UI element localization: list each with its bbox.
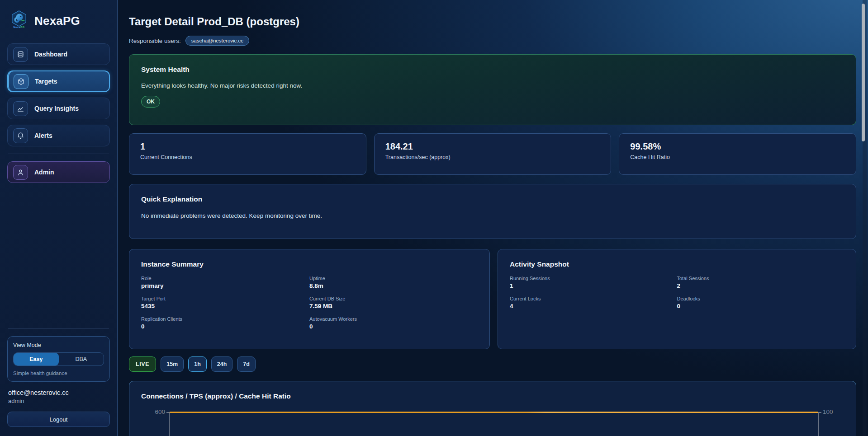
system-health-title: System Health xyxy=(141,66,844,74)
quick-explanation-message: No immediate problems were detected. Kee… xyxy=(141,212,844,219)
chart-title: Connections / TPS (approx) / Cache Hit R… xyxy=(141,392,844,400)
metric-value: 184.21 xyxy=(385,141,600,152)
field-total-sessions: Total Sessions 2 xyxy=(677,276,844,289)
sidebar-item-label: Alerts xyxy=(34,132,52,139)
metric-label: Current Connections xyxy=(140,154,355,160)
sidebar-item-targets[interactable]: Targets xyxy=(7,70,110,92)
field-role: Role primary xyxy=(141,276,309,289)
scrollbar-track[interactable] xyxy=(863,0,867,436)
cache-hit-ratio-line xyxy=(170,412,818,413)
view-mode-card: View Mode Easy DBA Simple health guidanc… xyxy=(7,336,110,382)
quick-explanation-card: Quick Explanation No immediate problems … xyxy=(129,184,856,239)
activity-snapshot-grid: Running Sessions 1 Total Sessions 2 Curr… xyxy=(510,276,844,309)
metric-value: 99.58% xyxy=(630,141,845,152)
responsible-users-row: Responsible users: sascha@nesterovic.cc xyxy=(129,35,856,46)
field-uptime: Uptime 8.8m xyxy=(309,276,478,289)
range-button-15m[interactable]: 15m xyxy=(161,356,184,372)
sidebar-item-label: Dashboard xyxy=(34,51,67,58)
time-range-controls: LIVE 15m 1h 24h 7d xyxy=(129,356,856,372)
field-autovacuum-workers: Autovacuum Workers 0 xyxy=(309,316,478,330)
sidebar-item-label: Targets xyxy=(35,78,57,85)
nexapg-logo-icon: NexaPG xyxy=(9,10,29,32)
field-deadlocks: Deadlocks 0 xyxy=(677,296,844,309)
user-block: office@nesterovic.cc admin xyxy=(7,389,110,404)
cube-icon xyxy=(14,74,28,89)
responsible-users-label: Responsible users: xyxy=(129,38,181,44)
bell-icon xyxy=(13,128,28,143)
sidebar-item-label: Admin xyxy=(34,169,54,176)
brand-name: NexaPG xyxy=(34,14,80,28)
chart-plot-area xyxy=(169,412,819,436)
field-db-size: Current DB Size 7.59 MB xyxy=(309,296,478,309)
user-email: office@nesterovic.cc xyxy=(8,389,109,396)
activity-snapshot-title: Activity Snapshot xyxy=(510,260,844,268)
user-role: admin xyxy=(8,398,109,404)
metrics-row: 1 Current Connections 184.21 Transaction… xyxy=(129,133,856,175)
sidebar-item-label: Query Insights xyxy=(34,105,79,112)
left-axis-tick-label: 600 xyxy=(141,408,169,436)
scrollbar-thumb[interactable] xyxy=(862,4,865,141)
view-mode-option-easy[interactable]: Easy xyxy=(14,353,59,366)
app-window: NexaPG NexaPG Dashboard xyxy=(0,0,868,436)
quick-explanation-title: Quick Explanation xyxy=(141,195,844,203)
metric-label: Cache Hit Ratio xyxy=(630,154,845,160)
activity-snapshot-card: Activity Snapshot Running Sessions 1 Tot… xyxy=(498,249,856,349)
field-target-port: Target Port 5435 xyxy=(141,296,309,309)
summary-row: Instance Summary Role primary Uptime 8.8… xyxy=(129,249,856,349)
brand: NexaPG NexaPG xyxy=(7,9,110,33)
sidebar-item-admin[interactable]: Admin xyxy=(7,161,110,183)
metric-card-connections: 1 Current Connections xyxy=(129,133,366,175)
metric-label: Transactions/sec (approx) xyxy=(385,154,600,160)
right-axis-tick-label: 100 xyxy=(819,408,844,436)
range-button-1h[interactable]: 1h xyxy=(188,356,207,372)
chart-plot: 600 100 xyxy=(141,412,844,436)
sidebar-spacer xyxy=(7,183,110,321)
metric-card-tps: 184.21 Transactions/sec (approx) xyxy=(374,133,612,175)
page-title: Target Detail Prod_DB (postgres) xyxy=(129,15,856,28)
view-mode-toggle: Easy DBA xyxy=(13,352,104,366)
view-mode-option-dba[interactable]: DBA xyxy=(59,353,104,366)
responsible-user-badge[interactable]: sascha@nesterovic.cc xyxy=(185,36,249,46)
field-current-locks: Current Locks 4 xyxy=(510,296,677,309)
chart-card: Connections / TPS (approx) / Cache Hit R… xyxy=(129,381,856,436)
view-mode-label: View Mode xyxy=(13,342,104,348)
sidebar-nav: Dashboard Targets xyxy=(7,43,110,146)
range-button-24h[interactable]: 24h xyxy=(211,356,233,372)
sidebar: NexaPG NexaPG Dashboard xyxy=(0,0,118,436)
line-chart-icon xyxy=(13,101,28,116)
sidebar-item-dashboard[interactable]: Dashboard xyxy=(7,43,110,65)
main-content: Target Detail Prod_DB (postgres) Respons… xyxy=(118,0,868,436)
logout-button[interactable]: Logout xyxy=(7,412,110,427)
instance-summary-grid: Role primary Uptime 8.8m Target Port 543… xyxy=(141,276,478,330)
sidebar-item-alerts[interactable]: Alerts xyxy=(7,125,110,146)
sidebar-divider xyxy=(8,154,109,154)
instance-summary-title: Instance Summary xyxy=(141,260,478,268)
status-badge: OK xyxy=(141,96,160,108)
sidebar-item-query-insights[interactable]: Query Insights xyxy=(7,98,110,119)
instance-summary-card: Instance Summary Role primary Uptime 8.8… xyxy=(129,249,490,349)
field-replication-clients: Replication Clients 0 xyxy=(141,316,309,330)
logo-wordmark-small: NexaPG xyxy=(14,26,25,28)
system-health-card: System Health Everything looks healthy. … xyxy=(129,54,856,125)
system-health-message: Everything looks healthy. No major risks… xyxy=(141,82,844,89)
sidebar-divider-bottom xyxy=(8,328,109,329)
metric-value: 1 xyxy=(140,141,355,152)
metric-card-cache-hit: 99.58% Cache Hit Ratio xyxy=(619,133,856,175)
range-button-7d[interactable]: 7d xyxy=(237,356,256,372)
field-running-sessions: Running Sessions 1 xyxy=(510,276,677,289)
database-icon xyxy=(13,47,28,62)
view-mode-caption: Simple health guidance xyxy=(13,370,104,376)
user-icon xyxy=(13,165,28,180)
live-button[interactable]: LIVE xyxy=(129,356,156,372)
